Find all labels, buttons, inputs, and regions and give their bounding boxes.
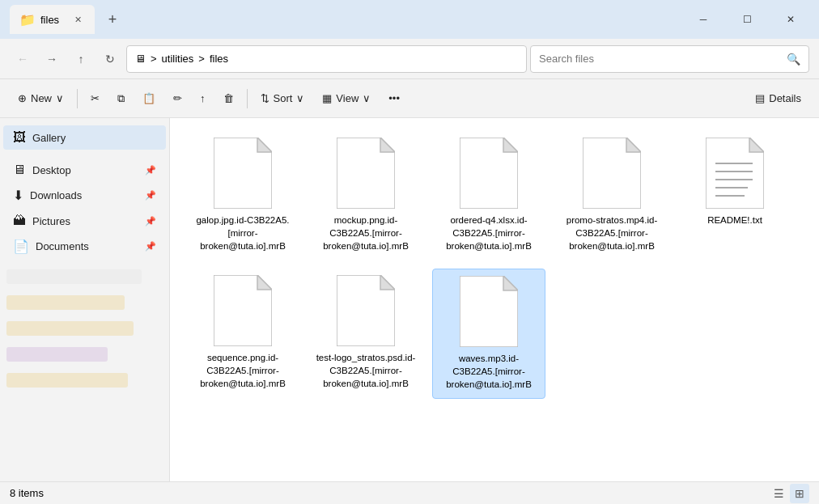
pin-icon-2: 📌 (145, 190, 156, 201)
search-box[interactable]: 🔍 (530, 45, 809, 73)
file-grid: galop.jpg.id-C3B22A5.[mirror-broken@tuta… (186, 131, 803, 399)
desktop-icon: 🖥 (13, 163, 26, 177)
breadcrumb-utilities[interactable]: utilities (162, 53, 194, 65)
sidebar-item-desktop[interactable]: 🖥 Desktop 📌 (3, 158, 166, 182)
new-tab-button[interactable]: + (101, 8, 124, 31)
sidebar-item-gallery[interactable]: 🖼 Gallery (3, 125, 166, 150)
list-view-button[interactable]: ☰ (769, 484, 788, 503)
file-item[interactable]: galop.jpg.id-C3B22A5.[mirror-broken@tuta… (186, 131, 299, 259)
svg-marker-18 (380, 275, 395, 290)
sidebar-placeholder-1 (6, 269, 142, 284)
file-name: mockup.png.id-C3B22A5.[mirror-broken@tut… (316, 214, 416, 252)
documents-icon: 📄 (13, 239, 29, 254)
sidebar-placeholder-3 (6, 321, 134, 336)
file-item[interactable]: waves.mp3.id-C3B22A5.[mirror-broken@tuta… (432, 269, 545, 398)
svg-marker-1 (257, 138, 272, 152)
sort-icon: ⇅ (261, 92, 269, 104)
pin-icon: 📌 (145, 165, 156, 176)
paste-icon: 📋 (142, 92, 155, 104)
search-input[interactable] (539, 53, 782, 65)
grid-view-button[interactable]: ⊞ (790, 484, 809, 503)
breadcrumb-files[interactable]: files (210, 53, 228, 65)
svg-marker-3 (380, 138, 395, 152)
file-icon (214, 275, 272, 346)
sidebar-pictures-label: Pictures (32, 215, 70, 227)
details-button[interactable]: ▤ Details (747, 87, 809, 109)
maximize-button[interactable]: ☐ (728, 6, 766, 32)
breadcrumb-sep2: > (198, 53, 205, 65)
sidebar-downloads-label: Downloads (30, 189, 82, 201)
rename-button[interactable]: ✏ (165, 87, 190, 109)
file-item[interactable]: promo-stratos.mp4.id-C3B22A5.[mirror-bro… (555, 131, 668, 259)
titlebar: 📁 files ✕ + ─ ☐ ✕ (0, 0, 819, 39)
close-window-button[interactable]: ✕ (772, 6, 809, 32)
svg-marker-5 (503, 138, 518, 152)
up-button[interactable]: ↑ (68, 46, 94, 72)
details-icon: ▤ (755, 92, 765, 104)
addressbar: ← → ↑ ↻ 🖥 > utilities > files 🔍 (0, 39, 819, 79)
toolbar-divider-1 (77, 89, 78, 108)
sort-button[interactable]: ⇅ Sort ∨ (252, 87, 313, 109)
paste-button[interactable]: 📋 (134, 87, 163, 109)
svg-marker-9 (749, 138, 764, 152)
downloads-icon: ⬇ (13, 188, 23, 203)
file-icon (337, 275, 395, 346)
sort-label: Sort (274, 92, 293, 104)
gallery-icon: 🖼 (13, 130, 26, 145)
search-icon: 🔍 (787, 53, 800, 66)
minimize-button[interactable]: ─ (685, 6, 722, 32)
new-chevron-icon: ∨ (56, 92, 64, 104)
file-icon (460, 138, 518, 209)
folder-icon: 📁 (19, 12, 36, 28)
file-name: promo-stratos.mp4.id-C3B22A5.[mirror-bro… (562, 214, 662, 252)
delete-button[interactable]: 🗑 (215, 87, 242, 109)
breadcrumb-sep1: > (151, 53, 157, 65)
view-icon: ▦ (322, 92, 332, 104)
file-item[interactable]: test-logo_stratos.psd.id-C3B22A5.[mirror… (309, 269, 422, 398)
sidebar: 🖼 Gallery 🖥 Desktop 📌 ⬇ Downloads 📌 🏔 Pi… (0, 118, 170, 481)
file-name: README!.txt (707, 214, 762, 227)
file-area: galop.jpg.id-C3B22A5.[mirror-broken@tuta… (170, 118, 819, 481)
pictures-icon: 🏔 (13, 214, 26, 228)
more-icon: ••• (388, 92, 400, 104)
more-button[interactable]: ••• (380, 87, 408, 109)
share-button[interactable]: ↑ (192, 87, 214, 109)
file-item[interactable]: mockup.png.id-C3B22A5.[mirror-broken@tut… (309, 131, 422, 259)
file-icon (706, 138, 764, 209)
file-icon (583, 138, 641, 209)
delete-icon: 🗑 (223, 92, 234, 104)
back-button[interactable]: ← (10, 46, 36, 72)
cut-button[interactable]: ✂ (83, 87, 108, 109)
new-icon: ⊕ (18, 92, 27, 104)
file-name: waves.mp3.id-C3B22A5.[mirror-broken@tuta… (439, 352, 538, 391)
cut-icon: ✂ (91, 92, 100, 104)
breadcrumb[interactable]: 🖥 > utilities > files (126, 45, 527, 73)
file-item[interactable]: ordered-q4.xlsx.id-C3B22A5.[mirror-broke… (432, 131, 545, 259)
view-label: View (336, 92, 359, 104)
file-item[interactable]: README!.txt (678, 131, 791, 259)
tab-close-button[interactable]: ✕ (70, 12, 85, 27)
file-name: ordered-q4.xlsx.id-C3B22A5.[mirror-broke… (439, 214, 539, 252)
statusbar: 8 items ☰ ⊞ (0, 481, 819, 504)
tab-files[interactable]: 📁 files ✕ (10, 5, 95, 34)
view-button[interactable]: ▦ View ∨ (314, 87, 379, 109)
file-item[interactable]: sequence.png.id-C3B22A5.[mirror-broken@t… (186, 269, 299, 398)
svg-marker-16 (257, 275, 272, 290)
pin-icon-4: 📌 (145, 241, 156, 252)
toolbar-divider-2 (247, 89, 248, 108)
forward-button[interactable]: → (39, 46, 65, 72)
view-chevron-icon: ∨ (363, 92, 371, 104)
sidebar-item-downloads[interactable]: ⬇ Downloads 📌 (3, 183, 166, 208)
sidebar-documents-label: Documents (36, 240, 89, 252)
sidebar-item-pictures[interactable]: 🏔 Pictures 📌 (3, 209, 166, 233)
sidebar-placeholder-4 (6, 347, 108, 362)
sidebar-item-documents[interactable]: 📄 Documents 📌 (3, 234, 166, 259)
svg-marker-20 (503, 276, 518, 290)
tab-title: files (40, 14, 59, 26)
copy-icon: ⧉ (117, 92, 125, 105)
new-button[interactable]: ⊕ New ∨ (10, 87, 72, 109)
copy-button[interactable]: ⧉ (109, 87, 133, 110)
svg-marker-7 (626, 138, 641, 152)
file-name: sequence.png.id-C3B22A5.[mirror-broken@t… (193, 351, 293, 390)
refresh-button[interactable]: ↻ (97, 46, 123, 72)
